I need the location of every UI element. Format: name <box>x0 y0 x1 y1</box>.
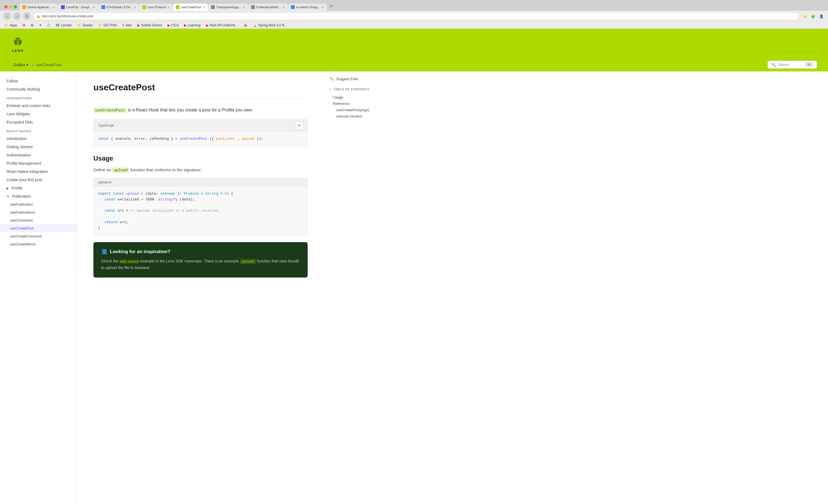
sidebar-item-follow[interactable]: Follow <box>0 77 77 85</box>
bookmark-apps[interactable]: 📁 Apps <box>3 23 18 28</box>
bookmark-grid[interactable]: ⊞ <box>30 23 35 28</box>
code-const: const <box>98 137 109 141</box>
bookmark-lenster[interactable]: 🌿 Lenster <box>54 23 73 28</box>
tab-close-8[interactable]: ✕ <box>321 6 324 9</box>
toc-item-execute-function[interactable]: execute function <box>330 113 385 120</box>
tab-close-6[interactable]: ✕ <box>243 6 245 9</box>
tab-close-3[interactable]: ✕ <box>134 6 136 9</box>
toc-item-use-create-post-args[interactable]: useCreatePost(args) <box>330 107 385 113</box>
sidebar-item-use-create-comment[interactable]: useCreateComment <box>0 232 77 240</box>
search-icon: 🔍 <box>771 62 776 67</box>
toc-item-usage[interactable]: Usage <box>330 94 385 100</box>
sidebar-item-embeds[interactable]: Embeds and custom links <box>0 101 77 110</box>
tab-title-1: Grants Applicati... <box>28 5 51 9</box>
folder-icon: 📁 <box>4 23 8 27</box>
bookmark-spring-boot[interactable]: 🍃 Spring Boot 3.0 R... <box>252 23 288 28</box>
browser-tab-5[interactable]: useCreatePost ✕ <box>173 4 208 11</box>
new-tab-button[interactable]: + <box>327 2 336 11</box>
suggest-edits-button[interactable]: ✏️ Suggest Edits <box>330 77 385 81</box>
sidebar-item-lens-widgets[interactable]: Lens Widgets <box>0 110 77 118</box>
browser-tab-8[interactable]: re-search Subgr... ✕ <box>288 4 327 11</box>
toc-item-reference[interactable]: Reference <box>330 100 385 107</box>
profile-button[interactable]: 👤 <box>818 13 825 19</box>
tab-close-5[interactable]: ✕ <box>203 6 205 9</box>
bookmark-star[interactable]: ✦ <box>38 23 43 28</box>
sidebar-item-encrypted-dms[interactable]: Encrypted DMs <box>0 118 77 126</box>
web-wagmi-link[interactable]: web-wagmi <box>120 259 139 263</box>
code-line-3 <box>98 202 303 208</box>
copy-code-button[interactable]: ⧉ <box>295 122 303 129</box>
bookmark-rest-api[interactable]: ▶ Rest API Authenti... <box>205 23 239 28</box>
browser-tab-4[interactable]: Lens Protocol ✕ <box>139 4 173 11</box>
bookmarks-bar: 📁 Apps M ⊞ ✦ ⬡ 🌿 Lenster 📁 Snarks 📁 DO T… <box>0 22 828 29</box>
search-box[interactable]: 🔍 Search ⌘K <box>768 61 817 68</box>
sidebar-item-react-native[interactable]: React Native integration <box>0 168 77 176</box>
search-shortcut: ⌘K <box>805 62 814 67</box>
sidebar-item-profile[interactable]: ▶ Profile <box>0 184 77 192</box>
forward-button[interactable]: › <box>13 12 21 20</box>
bookmark-github2[interactable]: 🐱 <box>242 23 249 28</box>
sidebar-item-use-comments[interactable]: useComments <box>0 216 77 224</box>
lens-logo[interactable]: LENS <box>11 34 25 53</box>
browser-tab-6[interactable]: TransparentUpgr... ✕ <box>208 4 248 11</box>
bookmark-label: Apps <box>10 23 17 27</box>
bookmark-button[interactable]: ⭐ <box>802 13 808 19</box>
reload-button[interactable]: ↻ <box>23 12 31 20</box>
extensions-button[interactable]: 🧩 <box>810 13 817 19</box>
expand-icon: ▶ <box>7 187 9 190</box>
sidebar-item-authentication[interactable]: Authentication <box>0 151 77 159</box>
tab-title-3: ETHGlobal | ETH... <box>107 5 132 9</box>
browser-tab-3[interactable]: ETHGlobal | ETH... ✕ <box>98 4 139 11</box>
browser-tab-2[interactable]: LensPub - Googl... ✕ <box>58 4 98 11</box>
sidebar-item-use-create-mirror[interactable]: useCreateMirror <box>0 240 77 248</box>
sidebar-item-create-first-post[interactable]: Create your first post <box>0 176 77 184</box>
back-button[interactable]: ‹ <box>3 12 11 20</box>
sidebar-item-use-create-post[interactable]: useCreatePost <box>0 224 77 232</box>
lenster-label: Lenster <box>61 23 72 27</box>
sidebar-item-use-publication[interactable]: usePublication <box>0 200 77 209</box>
site-header: LENS <box>0 29 828 58</box>
tab-close-2[interactable]: ✕ <box>93 6 95 9</box>
lens-logo-svg <box>11 34 25 48</box>
close-window-button[interactable] <box>4 5 8 8</box>
sidebar-item-publication[interactable]: ▼ Publication <box>0 192 77 200</box>
eldo-icon: E <box>122 23 124 27</box>
minimize-window-button[interactable] <box>9 5 12 8</box>
bookmark-do-this[interactable]: 📁 DO THIS <box>97 23 118 28</box>
guides-dropdown[interactable]: Guides ▾ <box>11 61 31 68</box>
sidebar-item-label: useComments <box>10 218 33 222</box>
browser-tab-1[interactable]: Grants Applicati... ✕ <box>19 4 58 11</box>
bookmark-eldo-icon[interactable]: E eldo <box>121 23 133 28</box>
code-block-header: TypeScript ⧉ <box>94 120 307 132</box>
tab-close-4[interactable]: ✕ <box>167 6 169 9</box>
nav-separator: / <box>33 62 34 67</box>
tab-close-7[interactable]: ✕ <box>282 6 285 9</box>
bookmark-cicd[interactable]: ▶ CICd <box>166 23 180 28</box>
browser-tab-7[interactable]: PublicationRefer... ✕ <box>248 4 288 11</box>
bookmark-gmail[interactable]: M <box>22 23 26 28</box>
spring-icon: 🍃 <box>253 23 257 27</box>
code-publisher: publisher <box>216 137 235 141</box>
bookmark-github[interactable]: ⬡ <box>46 23 51 28</box>
sidebar-item-label: Authentication <box>7 153 31 157</box>
code-lang-label: TypeScript <box>98 124 114 127</box>
sidebar-item-community-multisig[interactable]: Community Multisig <box>0 85 77 93</box>
sidebar-item-introduction[interactable]: Introduction <box>0 135 77 143</box>
bookmark-surfski[interactable]: ▶ Surfski School <box>136 23 163 28</box>
sidebar-item-label: Getting Started <box>7 145 32 149</box>
tab-close-1[interactable]: ✕ <box>52 6 55 9</box>
breadcrumb: useCreatePost <box>36 62 61 67</box>
address-bar[interactable]: 🔒 docs.lens.xyz/docs/use-create-post <box>33 12 799 20</box>
bookmark-snarks[interactable]: 📁 Snarks <box>76 23 94 28</box>
sidebar-item-use-publications[interactable]: usePublications <box>0 209 77 216</box>
sidebar-section-react-hooks: REACT HOOKS <box>0 126 77 135</box>
sidebar-item-label: useCreateComment <box>10 234 42 238</box>
copy-icon: ⧉ <box>298 124 300 127</box>
bookmark-learning[interactable]: ▶ Learning <box>183 23 202 28</box>
upload-filename-label: upload.ts <box>98 180 112 184</box>
sidebar-item-getting-started[interactable]: Getting Started <box>0 143 77 151</box>
maximize-window-button[interactable] <box>14 5 17 8</box>
code-line-6: return url; <box>98 220 303 225</box>
info-box-icon: 📘 <box>101 249 107 255</box>
sidebar-item-profile-management[interactable]: Profile Management <box>0 159 77 168</box>
